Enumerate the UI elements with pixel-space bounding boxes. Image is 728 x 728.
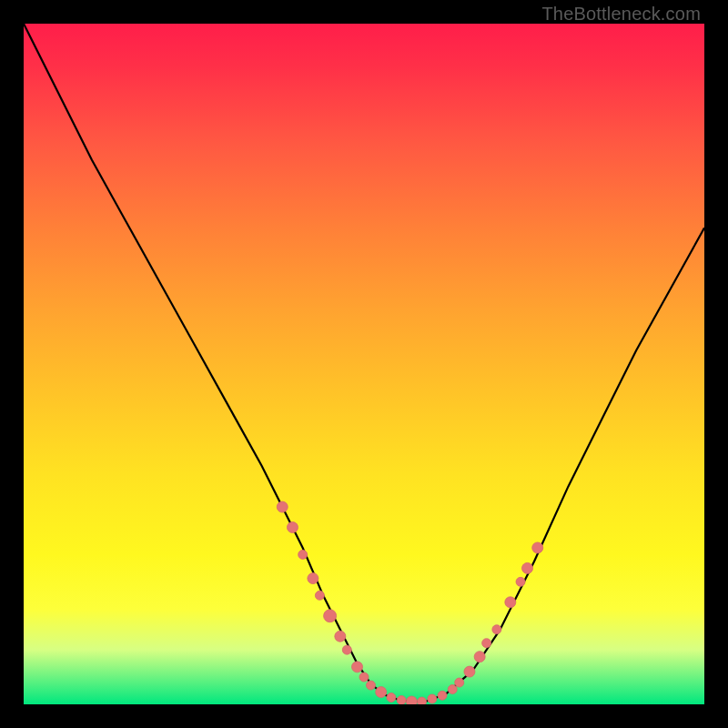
curve-marker (352, 662, 363, 672)
curve-marker (522, 562, 533, 573)
curve-markers (277, 501, 543, 704)
curve-marker (492, 625, 501, 634)
curve-marker (397, 696, 406, 704)
curve-marker (464, 666, 475, 677)
curve-marker (438, 691, 447, 700)
curve-marker (315, 591, 324, 600)
plot-area (24, 24, 704, 704)
curve-marker (298, 550, 308, 559)
curve-marker (474, 652, 485, 662)
curve-marker (277, 501, 288, 512)
curve-marker (359, 672, 369, 682)
curve-marker (324, 610, 337, 622)
curve-marker (505, 597, 516, 608)
curve-marker (406, 696, 417, 704)
curve-marker (428, 694, 437, 703)
curve-marker (376, 687, 387, 698)
curve-marker (342, 645, 351, 654)
bottleneck-curve (24, 24, 704, 702)
curve-marker (335, 631, 346, 642)
curve-marker (532, 542, 543, 553)
attribution-text: TheBottleneck.com (541, 4, 701, 25)
curve-marker (387, 693, 396, 703)
curve-marker (516, 577, 525, 586)
curve-marker (455, 678, 464, 687)
curve-marker (482, 639, 491, 648)
curve-marker (448, 685, 457, 694)
curve-marker (366, 681, 375, 690)
chart-frame: TheBottleneck.com (0, 0, 728, 728)
curve-marker (418, 697, 427, 704)
curve-svg (24, 24, 704, 704)
curve-marker (308, 573, 318, 584)
curve-marker (287, 522, 298, 533)
